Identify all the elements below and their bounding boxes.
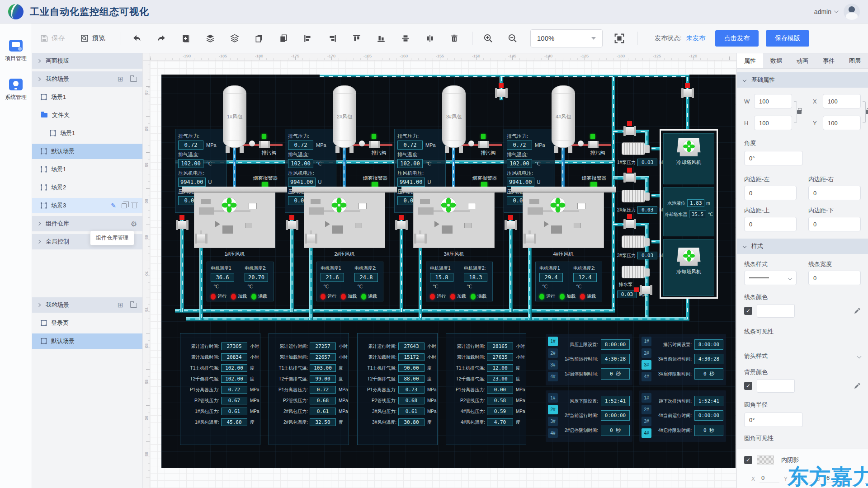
add-folder-icon[interactable]: [130, 77, 137, 82]
timer-tab[interactable]: 1#: [642, 393, 651, 403]
section-basic-properties[interactable]: 基础属性: [737, 72, 868, 88]
tab-events[interactable]: 事件: [816, 53, 842, 68]
timer-tab[interactable]: 2#: [642, 405, 651, 414]
air-tank[interactable]: 1#风包: [223, 85, 246, 148]
motor-panel[interactable]: 电机温度129.4℃ 电机温度2:12.4℃ 运行 加载 满载: [535, 262, 602, 301]
bg-color-checkbox[interactable]: [744, 382, 752, 390]
valve[interactable]: [414, 235, 427, 243]
valve[interactable]: [524, 235, 536, 243]
timer-tab[interactable]: 3#: [548, 417, 558, 426]
drain-valve[interactable]: [478, 141, 489, 148]
motor-panel[interactable]: 电机温度136.6℃ 电机温度2:20.70℃ 运行 加载 满载: [207, 262, 274, 301]
pump-motor-2[interactable]: [622, 190, 645, 202]
cooling-tower-box[interactable]: 冷却塔风机 水池液位1.83m 冷却塔水温35.5℃ 冷却塔风机: [660, 129, 718, 299]
arrow-style-row[interactable]: 箭头样式: [744, 352, 861, 360]
timer-panel-2[interactable]: 1# 2# 3# 4# 排污时间设置:8:00:00 3#当前运行时间:4:30…: [639, 334, 726, 385]
timer-tab[interactable]: 4#: [548, 428, 558, 438]
tree-item-folder[interactable]: 文件夹: [32, 108, 142, 123]
tree-item-scene2[interactable]: 场景2: [32, 180, 142, 195]
rail-item-system[interactable]: 系统管理: [5, 79, 27, 101]
valve[interactable]: [286, 221, 298, 229]
align-top-icon[interactable]: [350, 32, 363, 45]
height-input[interactable]: 100: [754, 116, 792, 130]
stats-panel-2[interactable]: 累计运行时间:27257小时 累计加载时间:22657小时 T1主机排气温:10…: [269, 333, 349, 445]
fit-screen-icon[interactable]: [613, 32, 626, 45]
publish-status-value[interactable]: 未发布: [686, 34, 705, 42]
timer-tab[interactable]: 4#: [642, 372, 651, 381]
air-tank[interactable]: 3#风包: [442, 85, 466, 148]
avatar[interactable]: [844, 4, 860, 20]
timer-tab[interactable]: 4#: [548, 372, 558, 381]
tree-item-default-scene[interactable]: 默认场景: [32, 144, 142, 159]
tree-header-my-scenes[interactable]: 我的场景: [32, 71, 142, 87]
zoom-level-select[interactable]: 100%: [530, 29, 603, 47]
padding-top-input[interactable]: 0: [744, 217, 797, 231]
timer-panel-4[interactable]: 1# 2# 3# 4# 距下次排污时间:1:52:41 4#当前运行时间:0:0…: [639, 390, 726, 442]
tree-item-scene1b[interactable]: 场景1: [32, 162, 142, 177]
duplicate-icon[interactable]: [277, 32, 290, 45]
line-color-swatch[interactable]: [757, 304, 795, 318]
add-page-icon[interactable]: [179, 32, 193, 45]
save-button[interactable]: 保存: [40, 34, 65, 42]
radius-input[interactable]: 0°: [744, 413, 803, 427]
valve[interactable]: [495, 89, 508, 97]
timer-tab[interactable]: 3#: [642, 360, 651, 370]
bring-front-icon[interactable]: [203, 32, 217, 45]
inner-shadow-swatch[interactable]: [757, 455, 774, 465]
tree-header-components[interactable]: 组件仓库: [32, 216, 142, 231]
timer-tab[interactable]: 1#: [548, 393, 558, 403]
line-width-input[interactable]: 0: [808, 271, 861, 285]
line-style-select[interactable]: [744, 271, 797, 285]
tree-item-login-page[interactable]: 登录页: [32, 315, 142, 331]
send-back-icon[interactable]: [228, 32, 241, 45]
pump-valve[interactable]: [623, 174, 636, 182]
tab-layers[interactable]: 图层: [842, 53, 868, 68]
tree-item-scene1[interactable]: 场景1: [32, 89, 142, 105]
timer-tab[interactable]: 3#: [548, 360, 558, 370]
cooling-fan-panel-2[interactable]: 冷却塔风机: [663, 239, 714, 296]
section-style[interactable]: 样式: [737, 239, 868, 254]
zoom-in-icon[interactable]: [481, 32, 495, 45]
valve[interactable]: [195, 235, 208, 243]
bg-color-swatch[interactable]: [757, 379, 795, 393]
tree-item-default-scene-2[interactable]: 默认场景: [32, 333, 142, 349]
motor-panel[interactable]: 电机温度121.6℃ 电机温度2:24.8℃ 运行 加载 满载: [316, 262, 383, 301]
tree-item-scene3[interactable]: 场景3: [32, 198, 142, 213]
delete-icon[interactable]: [448, 32, 461, 45]
align-hcenter-icon[interactable]: [423, 32, 437, 45]
stats-panel-4[interactable]: 累计运行时间:28165小时 累计加载时间:27635小时 T1主机排气温:12…: [446, 333, 526, 445]
padding-bottom-input[interactable]: 0: [808, 217, 861, 231]
cooling-valve[interactable]: [681, 89, 694, 97]
copy-icon[interactable]: [252, 32, 266, 45]
eyedropper-icon[interactable]: [854, 307, 861, 314]
drain-valve[interactable]: [588, 141, 599, 148]
valve[interactable]: [505, 221, 517, 229]
preview-button[interactable]: 预览: [80, 34, 105, 42]
x-input[interactable]: 100: [823, 94, 861, 108]
timer-tab[interactable]: 4#: [642, 428, 651, 438]
tree-item-scene1-child[interactable]: 场景1: [32, 126, 142, 141]
air-tank[interactable]: 2#风包: [333, 85, 356, 148]
tree-header-templates[interactable]: 画面模版: [32, 53, 142, 69]
timer-tab[interactable]: 2#: [548, 405, 558, 414]
drain-pump-valve[interactable]: [640, 286, 652, 294]
motor-panel[interactable]: 电机温度115.8℃ 电机温度2:18.3℃ 运行 加载 满载: [426, 262, 493, 301]
rail-item-project[interactable]: 项目管理: [5, 40, 27, 62]
timer-tab[interactable]: 3#: [642, 417, 651, 426]
timer-tab[interactable]: 1#: [548, 337, 558, 346]
padding-left-input[interactable]: 0: [744, 186, 797, 200]
drain-pump-motor[interactable]: [622, 266, 645, 278]
zoom-out-icon[interactable]: [506, 32, 519, 45]
redo-icon[interactable]: [155, 32, 168, 45]
y-input[interactable]: 100: [823, 116, 861, 130]
shadow-x-input[interactable]: 0: [760, 474, 779, 483]
timer-panel-3[interactable]: 1# 2# 3# 4# 风压下限设置:1:52:41 2#当前运行时间:0:00…: [546, 390, 632, 442]
timer-tab[interactable]: 2#: [642, 348, 651, 358]
padding-right-input[interactable]: 0: [808, 186, 861, 200]
inner-shadow-checkbox[interactable]: [744, 456, 752, 464]
editor-canvas[interactable]: -190-185 -180-175 -170-165 -160-155 -150…: [143, 53, 736, 488]
eyedropper-icon[interactable]: [854, 382, 861, 389]
align-right-icon[interactable]: [326, 32, 339, 45]
tab-animation[interactable]: 动画: [789, 53, 816, 68]
tree-header-my-scenes-2[interactable]: 我的场景: [32, 297, 142, 313]
